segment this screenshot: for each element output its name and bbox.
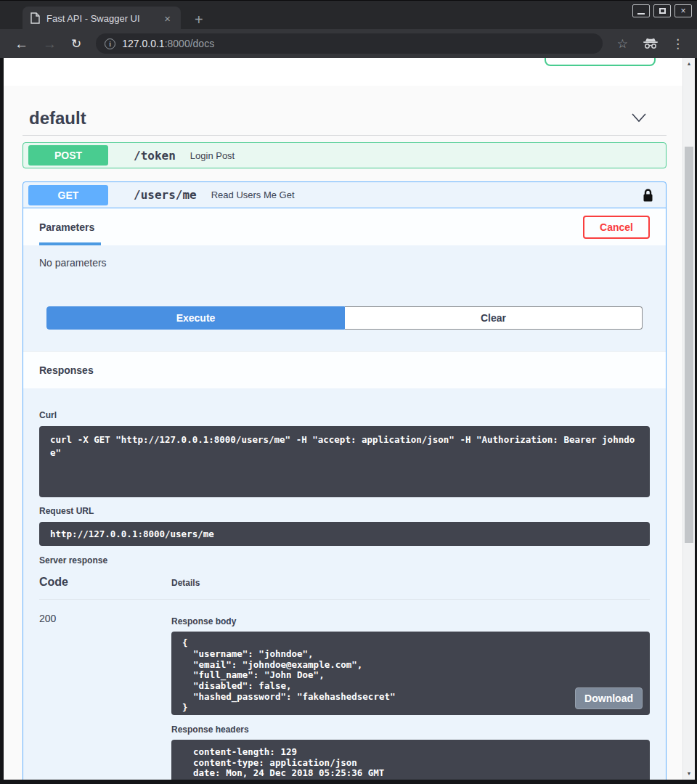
opblock-post-token[interactable]: POST /token Login Post (23, 142, 667, 168)
details-column-header: Details (171, 578, 200, 588)
download-button[interactable]: Download (575, 687, 643, 709)
tab-parameters[interactable]: Parameters (39, 221, 101, 245)
scroll-up-icon[interactable]: ▲ (683, 58, 695, 68)
post-summary: Login Post (190, 150, 235, 161)
back-icon[interactable]: ← (9, 37, 34, 51)
scrollbar-thumb[interactable] (685, 147, 693, 543)
page-scrollbar[interactable]: ▲ ▼ (682, 58, 695, 780)
curl-command[interactable]: curl -X GET "http://127.0.0.1:8000/users… (39, 426, 650, 497)
document-icon (30, 12, 40, 24)
tab-close-icon[interactable]: × (161, 12, 174, 25)
scroll-down-icon[interactable]: ▼ (683, 768, 695, 778)
responses-header: Responses (23, 351, 666, 388)
get-path: /users/me (134, 188, 197, 202)
browser-tabstrip: Fast API - Swagger UI × + × (0, 0, 697, 29)
browser-toolbar: ← → ↻ i 127.0.0.1:8000/docs ☆ ⋮ (0, 29, 697, 58)
tag-section-header[interactable]: default (23, 107, 667, 129)
tab-title: Fast API - Swagger UI (46, 13, 155, 24)
minimize-icon (637, 13, 645, 15)
url-text: 127.0.0.1:8000/docs (122, 38, 214, 49)
authorize-button[interactable] (545, 58, 656, 66)
lock-icon[interactable] (643, 188, 653, 203)
post-path: /token (134, 149, 176, 163)
forward-icon[interactable]: → (37, 37, 62, 51)
request-url-value: http://127.0.0.1:8000/users/me (39, 522, 650, 546)
page-viewport: ▲ ▼ default POST /token Login Post (4, 58, 695, 780)
reload-icon[interactable]: ↻ (65, 38, 87, 50)
responses-body: Curl curl -X GET "http://127.0.0.1:8000/… (23, 388, 666, 780)
server-response-label: Server response (39, 555, 650, 565)
post-method-badge: POST (28, 145, 108, 166)
maximize-button[interactable] (653, 4, 671, 17)
response-details: Response body { "username": "johndoe", "… (171, 610, 650, 780)
address-bar[interactable]: i 127.0.0.1:8000/docs (96, 33, 603, 54)
response-row-200: 200 Response body { "username": "johndoe… (39, 610, 650, 780)
browser-menu-icon[interactable]: ⋮ (667, 36, 688, 52)
code-column-header: Code (39, 576, 171, 589)
maximize-icon (659, 8, 666, 14)
window-controls: × (632, 4, 692, 17)
get-summary-row[interactable]: GET /users/me Read Users Me Get (23, 182, 666, 208)
new-tab-button[interactable]: + (190, 11, 208, 28)
response-table-header: Code Details (39, 576, 650, 600)
no-parameters-text: No parameters (39, 257, 650, 269)
url-path: :8000/docs (165, 38, 215, 49)
curl-label: Curl (39, 410, 650, 420)
opblock-get-users-me: GET /users/me Read Users Me Get Paramete… (23, 181, 667, 780)
bookmark-star-icon[interactable]: ☆ (611, 36, 634, 52)
url-host: 127.0.0.1 (122, 38, 164, 49)
response-headers-label: Response headers (171, 724, 650, 735)
browser-tab[interactable]: Fast API - Swagger UI × (23, 7, 181, 30)
swagger-content: default POST /token Login Post GET /user… (4, 58, 682, 780)
cancel-button[interactable]: Cancel (583, 216, 650, 239)
get-summary: Read Users Me Get (211, 189, 295, 200)
request-url-label: Request URL (39, 506, 650, 516)
response-headers-code: content-length: 129 content-type: applic… (171, 740, 650, 780)
minimize-button[interactable] (632, 4, 650, 17)
parameters-body: No parameters Execute Clear (23, 245, 666, 330)
close-button[interactable]: × (674, 4, 692, 17)
get-method-badge: GET (28, 185, 108, 205)
info-section-bottom (4, 58, 682, 86)
incognito-icon (637, 38, 664, 49)
execute-button-group: Execute Clear (46, 306, 643, 330)
swagger-main: default POST /token Login Post GET /user… (4, 107, 682, 780)
response-body-code[interactable]: { "username": "johndoe", "email": "johnd… (171, 632, 650, 715)
status-code: 200 (39, 610, 171, 780)
response-body-label: Response body (171, 616, 650, 626)
responses-title: Responses (39, 364, 94, 376)
parameters-header: Parameters Cancel (23, 208, 666, 245)
execute-button[interactable]: Execute (46, 306, 345, 330)
section-divider (23, 135, 667, 136)
tag-title: default (29, 108, 86, 128)
response-body-json: { "username": "johndoe", "email": "johnd… (182, 637, 396, 713)
chevron-down-icon[interactable] (632, 113, 667, 123)
site-info-icon[interactable]: i (105, 38, 115, 49)
clear-button[interactable]: Clear (345, 306, 643, 330)
